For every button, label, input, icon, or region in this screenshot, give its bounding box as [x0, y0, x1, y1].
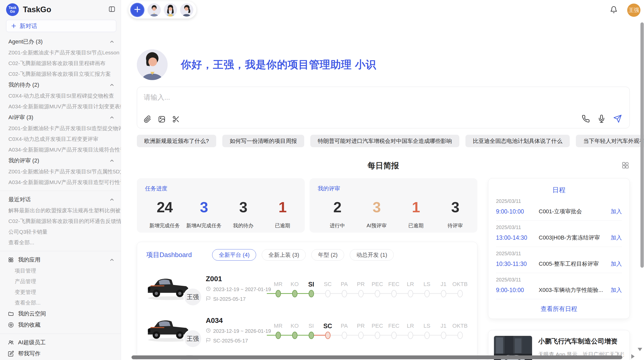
sidebar-list-item[interactable]: C0X4-动力总成开发项目SI里程碑提交物检查 — [0, 91, 121, 101]
sidebar-app-item[interactable]: 项目管理 — [0, 265, 121, 276]
sidebar-item-star-badge-icon[interactable]: 我的收藏 — [0, 319, 121, 331]
sidebar-app-item[interactable]: 变更管理 — [0, 287, 121, 297]
milestone-node — [375, 290, 380, 297]
section-title: 我的评审 (2) — [8, 157, 109, 164]
sidebar-collapse-button[interactable] — [108, 5, 116, 14]
agent-avatar-1[interactable] — [148, 3, 161, 17]
chat-input[interactable] — [144, 94, 623, 101]
layout-grid-icon[interactable] — [621, 161, 630, 170]
dashboard-tab[interactable]: 年型 (2) — [311, 249, 344, 261]
stat-cell: 3我的待办 — [224, 199, 263, 229]
stat-cell: 24新增完成任务 — [145, 199, 184, 229]
sidebar-list-item[interactable]: C02-飞腾新能源轻客改款项目的闭环通告反馈情况 — [0, 216, 121, 227]
sidebar-section-header[interactable]: 最近对话 — [0, 194, 121, 205]
sidebar-section-header[interactable]: 我的评审 (2) — [0, 155, 121, 166]
milestone-cell: LS — [419, 321, 435, 340]
milestone-label: J1 — [435, 321, 452, 331]
sidebar-app-item[interactable]: 查看全部... — [0, 297, 121, 308]
sidebar-item-cloud-folder-icon[interactable]: 我的云空间 — [0, 308, 121, 319]
section-title: AI评审 (3) — [8, 114, 109, 121]
schedule-time: 10:30-11:30 — [496, 261, 539, 267]
sidebar-item-users-icon[interactable]: AI超级员工 — [0, 337, 121, 348]
notification-bell-button[interactable] — [610, 6, 618, 14]
paperclip-icon[interactable] — [144, 115, 151, 123]
send-icon[interactable] — [613, 114, 622, 123]
image-icon[interactable] — [158, 115, 166, 123]
milestone-cell: PR — [353, 321, 369, 340]
project-thumbnail: 王强 — [146, 274, 200, 303]
vertical-scrollbar[interactable] — [640, 22, 644, 268]
milestone-node — [292, 332, 297, 339]
milestone-node — [424, 332, 430, 339]
stat-card: 我的评审2进行中3AI预评审1已逾期3待评审 — [310, 178, 477, 233]
sidebar-list-item[interactable]: A034-全新新能源MUV产品开发项目造型可行性评审 — [0, 177, 121, 188]
project-rows: 王强 Z001 2023-12-19 ~ 2027-01-19 SI-2025-… — [146, 268, 468, 351]
greeting-row: 你好，王强，我是你的项目管理助理 小识 — [137, 49, 630, 80]
milestone-label: KO — [286, 321, 303, 331]
sidebar-app-item[interactable]: 产品管理 — [0, 276, 121, 287]
sidebar-list-item[interactable]: Z001-全新燃油轻卡产品开发项目SI造型提交物评审 — [0, 123, 121, 134]
project-dates: 2023-12-19 ~ 2026-01-19 — [206, 328, 263, 334]
milestone-node — [375, 332, 380, 339]
scissors-icon[interactable] — [172, 115, 180, 123]
milestone-timeline: MR KO SI SC PA PR PEC FEC LR LS — [270, 321, 468, 340]
milestone-cell: SC — [319, 279, 336, 298]
sidebar-list-item[interactable]: 公司Q3轻卡销量 — [0, 227, 121, 237]
microphone-icon[interactable] — [597, 115, 606, 123]
sidebar-list-item[interactable]: A034-全新新能源MUV产品开发项目法规符合性评审 — [0, 144, 121, 155]
user-avatar[interactable]: 王强 — [627, 4, 640, 17]
join-meeting-link[interactable]: 加入 — [611, 286, 622, 294]
join-meeting-link[interactable]: 加入 — [611, 208, 622, 215]
dashboard-header: 项目Dashboard 全新平台 (4)全新上装 (3)年型 (2)动总开发 (… — [146, 249, 468, 261]
suggestion-chip[interactable]: 比亚迪全固态电池计划具体说了什么 — [465, 135, 570, 147]
phone-icon[interactable] — [582, 115, 590, 123]
dashboard-tab[interactable]: 全新平台 (4) — [212, 249, 256, 261]
stat-cell: 3AI预评审 — [357, 199, 397, 229]
stat-label: 已逾期 — [263, 222, 302, 229]
stat-value: 24 — [145, 199, 184, 216]
dashboard-tab[interactable]: 动总开发 (1) — [350, 249, 394, 261]
suggestion-chip[interactable]: 特朗普可能对进口汽车增税会对中国车企造成哪些影响 — [310, 135, 459, 147]
sidebar-list-item[interactable]: 查看全部... — [0, 237, 121, 248]
sidebar-section-header[interactable]: AI评审 (3) — [0, 112, 121, 123]
sidebar-item-write-icon[interactable]: 帮我写作 — [0, 348, 121, 359]
scroll-down-arrow[interactable] — [638, 348, 642, 351]
stat-label: 已逾期 — [396, 222, 436, 229]
sidebar-list-item[interactable]: A034-全新新能源MUV产品开发项目计划变更表编写 — [0, 101, 121, 112]
left-column: 任务进度24新增完成任务3新增AI完成任务3我的待办1已逾期我的评审2进行中3A… — [137, 178, 477, 360]
milestone-label: LS — [419, 279, 435, 289]
scroll-right-arrow[interactable] — [631, 354, 635, 359]
project-row[interactable]: 王强 Z001 2023-12-19 ~ 2027-01-19 SI-2025-… — [146, 268, 468, 309]
agent-avatar-3[interactable] — [180, 3, 193, 17]
suggestion-chip[interactable]: 当下年轻人对汽车外观有怎样的喜好趋势 — [576, 135, 644, 147]
dashboard-tab[interactable]: 全新上装 (3) — [262, 249, 306, 261]
my-apps-label: 我的应用 — [18, 256, 109, 264]
add-agent-button[interactable] — [130, 3, 144, 17]
sidebar-list-item[interactable]: C0X4-动力总成开发项目工程变更评审 — [0, 134, 121, 144]
horizontal-scrollbar[interactable] — [131, 355, 622, 359]
sidebar-item-my-apps[interactable]: 我的应用 — [0, 254, 121, 265]
composer-actions — [582, 114, 622, 123]
join-meeting-link[interactable]: 加入 — [611, 234, 622, 242]
milestone-cell: J1 — [435, 279, 452, 298]
panel-toggle-icon — [108, 6, 115, 14]
suggestion-chip[interactable]: 如何写一份清晰的项目周报 — [222, 135, 304, 147]
users-icon — [8, 339, 14, 346]
write-icon — [8, 351, 14, 357]
sidebar-list-item[interactable]: 解释最新出台的欧盟报废车法规再生塑料比例被调至15%... — [0, 205, 121, 216]
milestone-label: FEC — [386, 321, 402, 331]
view-all-schedule-link[interactable]: 查看所有日程 — [496, 305, 622, 313]
sidebar-section-header[interactable]: Agent已办 (3) — [0, 36, 121, 47]
join-meeting-link[interactable]: 加入 — [611, 260, 622, 268]
sidebar-list-item[interactable]: C02-飞腾新能源轻客改款项目立项汇报方案 — [0, 69, 121, 79]
stats-row: 任务进度24新增完成任务3新增AI完成任务3我的待办1已逾期我的评审2进行中3A… — [137, 178, 477, 233]
sidebar-list-item[interactable]: Z001-全新燃油轻卡产品开发项目SI节点属性5D文件评审 — [0, 166, 121, 177]
project-row[interactable]: 王强 A034 2023-12-19 ~ 2026-01-19 SC-2025-… — [146, 309, 468, 351]
suggestion-chip[interactable]: 欧洲新规最近颁布了什么? — [137, 135, 216, 147]
new-chat-button[interactable]: 新对话 — [6, 20, 116, 32]
sidebar-section-header[interactable]: 我的待办 (2) — [0, 79, 121, 91]
sidebar-list-item[interactable]: C02-飞腾新能源轻客改款项目里程碑画布 — [0, 58, 121, 69]
sidebar-list-item[interactable]: Z001-全新燃油皮卡产品开发项目SI节点Lesson Learn报告 — [0, 47, 121, 58]
agent-avatar-2[interactable] — [164, 3, 177, 17]
project-milestone-flag: SI-2025-05-17 — [206, 296, 263, 302]
